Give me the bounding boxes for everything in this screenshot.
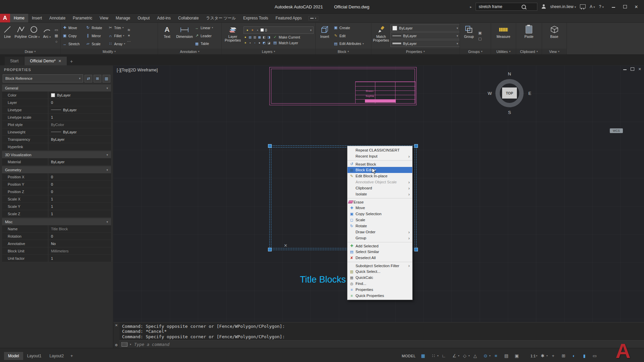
layout-tab[interactable]: Layout1 xyxy=(23,352,46,360)
context-menu-item[interactable]: Add Selected xyxy=(347,242,412,249)
grip-top-right[interactable] xyxy=(414,144,418,148)
grip-top-left[interactable] xyxy=(268,144,272,148)
viewcube-compass[interactable]: N S W E TOP xyxy=(488,71,531,115)
panel-title-block[interactable]: Block xyxy=(316,49,371,54)
ribbon-tab[interactable]: Collaborate xyxy=(174,14,202,22)
layer-tool-icon[interactable]: ◪ xyxy=(267,41,271,45)
qat-icon[interactable] xyxy=(57,4,62,9)
polyline-button[interactable]: Polyline xyxy=(14,24,27,48)
context-menu-item[interactable]: Draw Order xyxy=(347,229,412,235)
command-customize-icon[interactable]: ⚙ xyxy=(115,343,118,347)
command-dropdown-icon[interactable]: ▾ xyxy=(130,343,131,346)
document-tab[interactable]: Official Demo* ✕ xyxy=(24,57,67,65)
model-space-button[interactable]: MODEL xyxy=(400,353,418,359)
modify-tool-button[interactable]: Mirror ▾ xyxy=(86,32,105,40)
ribbon-tab[interactable]: Parametric xyxy=(69,14,96,22)
status-toggle[interactable]: ▾ xyxy=(472,353,480,359)
ungroup-icon[interactable]: ▣ xyxy=(478,31,482,35)
ribbon-tab[interactable]: Express Tools xyxy=(239,14,272,22)
modify-tool-button[interactable]: Copy ▾ xyxy=(62,32,82,40)
context-menu-item[interactable]: QuickCalc xyxy=(347,275,412,281)
base-button[interactable]: Base xyxy=(547,24,562,48)
panel-title-annotation[interactable]: Annotation xyxy=(158,49,221,54)
help-icon[interactable]: ? xyxy=(599,4,604,9)
property-value[interactable]: 0 xyxy=(48,99,111,106)
tab-close-icon[interactable]: ✕ xyxy=(58,59,61,63)
property-value[interactable]: ByLayer xyxy=(48,136,111,143)
line-button[interactable]: Line xyxy=(2,24,13,48)
layer-tool-icon[interactable]: ▤ xyxy=(248,35,252,39)
panel-title-view[interactable]: View xyxy=(542,49,567,54)
explode-tool-icon[interactable]: ✶ xyxy=(126,34,131,38)
modify-tool-button[interactable]: Move ▾ xyxy=(62,24,82,32)
status-toggle[interactable]: ▾ xyxy=(420,353,428,359)
layer-tool-icon[interactable]: ● xyxy=(244,35,247,39)
new-drawing-tab-button[interactable]: + xyxy=(67,57,75,65)
property-value[interactable]: 1 xyxy=(48,114,111,121)
qat-icon[interactable] xyxy=(13,4,18,9)
property-value[interactable]: ByColor xyxy=(48,121,111,128)
qat-icon[interactable] xyxy=(22,4,27,9)
paste-button[interactable]: Paste xyxy=(522,24,536,48)
context-menu-item[interactable]: Block Editor xyxy=(347,167,412,173)
status-toggle[interactable]: ▾ xyxy=(503,353,512,359)
property-value[interactable]: ByLayer xyxy=(48,158,111,165)
minimize-button[interactable] xyxy=(608,4,619,9)
status-toggle[interactable]: ▾ xyxy=(483,353,491,359)
context-menu-item[interactable]: Repeat CLASSICINSERT xyxy=(347,147,412,153)
context-menu-item[interactable]: Quick Properties xyxy=(347,293,412,299)
status-toggle[interactable]: ▾ xyxy=(581,353,589,359)
property-value[interactable]: 1 xyxy=(48,203,111,210)
compass-south[interactable]: S xyxy=(508,110,511,115)
panel-title-layers[interactable]: Layers xyxy=(222,49,315,54)
viewcube-top-face[interactable]: TOP xyxy=(502,87,517,99)
context-menu-item[interactable]: Scale xyxy=(347,217,412,223)
ellipse-tool-icon[interactable]: ○ xyxy=(54,39,59,44)
property-value[interactable]: No xyxy=(48,240,111,247)
layer-properties-button[interactable]: Layer Properties xyxy=(223,24,242,48)
application-menu-button[interactable]: A xyxy=(0,14,10,22)
status-toggle[interactable]: ▾ xyxy=(560,353,569,359)
quick-select-icon[interactable]: ▥ xyxy=(103,75,110,82)
layer-tool-icon[interactable]: ● xyxy=(258,41,261,45)
status-toggle[interactable]: ▾ xyxy=(430,353,438,359)
ribbon-tab[interactable]: Manage xyxy=(112,14,134,22)
modify-tool-button[interactable]: Trim ▾ xyxy=(108,24,125,32)
property-value[interactable]: 0 xyxy=(48,233,111,240)
match-layer-button[interactable]: Match Layer xyxy=(273,41,298,45)
panel-title-clipboard[interactable]: Clipboard xyxy=(516,49,542,54)
ribbon-tab[interactable]: Home xyxy=(10,14,28,22)
doc-close-button[interactable]: ✕ xyxy=(638,67,641,71)
property-value[interactable]: 0 xyxy=(48,173,111,180)
property-dropdown[interactable]: ByLayer ▾ xyxy=(390,24,460,32)
search-icon[interactable] xyxy=(522,5,526,9)
annotation-tool-button[interactable]: Leader ▾ xyxy=(195,32,214,40)
ribbon-minimize-toggle[interactable]: ▾ xyxy=(308,16,318,20)
modify-tool-button[interactable]: Scale ▾ xyxy=(86,40,105,48)
group-edit-icon[interactable]: ▢ xyxy=(478,36,482,41)
section-header-misc[interactable]: Misc xyxy=(2,218,111,225)
doc-minimize-button[interactable] xyxy=(623,67,627,71)
viewport-controls[interactable]: [-][Top][2D Wireframe] xyxy=(117,68,158,72)
make-current-button[interactable]: Make Current xyxy=(273,35,300,40)
modify-tool-button[interactable]: Array ▾ xyxy=(108,40,125,48)
block-tool-button[interactable]: Create ▾ xyxy=(333,24,364,32)
command-close-icon[interactable]: ✕ xyxy=(115,323,118,327)
command-options-icon[interactable] xyxy=(121,342,127,347)
grip-bottom-right[interactable] xyxy=(414,248,418,251)
context-menu-item[interactable]: Find... xyxy=(347,281,412,287)
status-toggle[interactable]: ▾ xyxy=(550,353,558,359)
title-block-drawing[interactable]: Sheen Sophia xyxy=(269,67,417,105)
property-value[interactable] xyxy=(48,143,111,150)
property-value[interactable]: ByLayer xyxy=(48,128,111,135)
block-tool-button[interactable]: Edit ▾ xyxy=(333,32,364,40)
wcs-badge[interactable]: WCS xyxy=(610,128,623,133)
object-type-dropdown[interactable]: Block Reference▾ xyxy=(3,74,83,82)
group-button[interactable]: Group xyxy=(462,24,476,48)
property-dropdown[interactable]: ByLayer ▾ xyxy=(390,32,460,39)
modify-tool-button[interactable]: Stretch ▾ xyxy=(62,40,82,48)
command-input[interactable] xyxy=(133,342,644,347)
compass-north[interactable]: N xyxy=(508,71,511,76)
dimension-button[interactable]: Dimension xyxy=(176,24,193,48)
context-menu-item[interactable]: Quick Select... xyxy=(347,268,412,275)
